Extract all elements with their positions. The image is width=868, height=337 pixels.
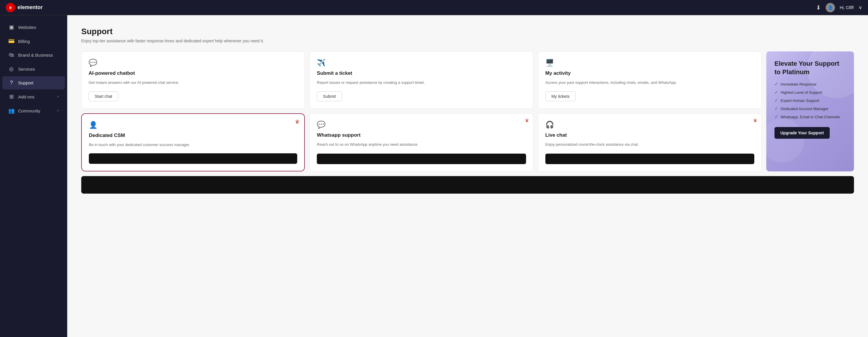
upgrade-feature-2: ✓ Highest Level of Support — [774, 90, 846, 95]
activity-icon: 🖥️ — [545, 59, 754, 67]
whatsapp-icon: 💬 — [317, 121, 526, 129]
card-title-activity: My activity — [545, 70, 754, 76]
billing-icon: 💳 — [8, 38, 14, 44]
logo-text: elementor — [18, 4, 43, 10]
top-bar: e elementor ⬇ 👤 Hi, Cliff! ∨ — [0, 0, 868, 15]
crown-icon-whatsapp: ♛ — [525, 118, 529, 123]
sidebar-label-services: Services — [18, 67, 35, 72]
bottom-bar-blurred — [81, 176, 854, 194]
app-body: ▣ Websites 💳 Billing 🛍 Brand & Business … — [0, 15, 868, 337]
card-desc-activity: Access your past support interactions, i… — [545, 80, 754, 86]
check-icon-4: ✓ — [774, 106, 778, 111]
external-link-icon-community: ↗ — [56, 109, 59, 113]
chevron-down-icon[interactable]: ∨ — [859, 5, 862, 10]
sidebar-item-services[interactable]: ◎ Services — [2, 62, 65, 76]
sidebar-label-community: Community — [18, 108, 40, 113]
upgrade-title: Elevate Your Support to Platinum — [774, 60, 846, 76]
brand-icon: 🛍 — [8, 52, 14, 58]
check-icon-5: ✓ — [774, 114, 778, 120]
csm-action-blurred — [89, 153, 297, 164]
livechat-action-blurred — [545, 154, 754, 164]
upgrade-feature-label-2: Highest Level of Support — [781, 90, 822, 95]
sidebar-item-billing[interactable]: 💳 Billing — [2, 34, 65, 48]
crown-icon-csm: ♛ — [295, 119, 300, 125]
sidebar-label-support: Support — [18, 80, 34, 85]
sidebar-label-billing: Billing — [18, 39, 30, 44]
sidebar-item-addons[interactable]: ⊞ Add-ons ↗ — [2, 90, 65, 103]
csm-icon: 👤 — [89, 121, 297, 129]
main-content: Support Enjoy top-tier assistance with f… — [67, 15, 868, 337]
upgrade-feature-label-1: Immediate Response — [781, 82, 816, 87]
livechat-icon: 🎧 — [545, 121, 754, 129]
card-whatsapp: ♛ 💬 Whatsapp support Reach out to us on … — [310, 113, 533, 172]
top-right: ⬇ 👤 Hi, Cliff! ∨ — [816, 3, 862, 12]
sidebar: ▣ Websites 💳 Billing 🛍 Brand & Business … — [0, 15, 67, 337]
avatar: 👤 — [826, 3, 835, 12]
card-desc-ticket: Report issues or request assistance by c… — [317, 80, 526, 86]
card-ai-chatbot: 💬 AI-powered chatbot Get instant answers… — [81, 52, 305, 109]
card-title-whatsapp: Whatsapp support — [317, 132, 526, 138]
upgrade-support-button[interactable]: Upgrade Your Support — [774, 127, 830, 139]
ticket-icon: ✈️ — [317, 59, 526, 67]
websites-icon: ▣ — [8, 24, 14, 30]
page-title: Support — [81, 27, 854, 36]
download-icon[interactable]: ⬇ — [816, 4, 821, 11]
card-my-activity: 🖥️ My activity Access your past support … — [538, 52, 762, 109]
card-title-chatbot: AI-powered chatbot — [89, 70, 298, 76]
card-title-csm: Dedicated CSM — [89, 133, 297, 138]
upgrade-feature-label-4: Dedicated Account Manager — [781, 107, 828, 111]
sidebar-item-community[interactable]: 👥 Community ↗ — [2, 104, 65, 117]
upgrade-feature-5: ✓ Whatsapp, Email or Chat Channels — [774, 114, 846, 120]
check-icon-1: ✓ — [774, 81, 778, 87]
addons-icon: ⊞ — [8, 94, 14, 100]
check-icon-2: ✓ — [774, 90, 778, 95]
sidebar-item-websites[interactable]: ▣ Websites — [2, 21, 65, 34]
chatbot-icon: 💬 — [89, 59, 298, 67]
logo-icon: e — [6, 3, 15, 12]
upgrade-feature-label-5: Whatsapp, Email or Chat Channels — [781, 115, 840, 119]
crown-icon-livechat: ♛ — [753, 118, 757, 123]
services-icon: ◎ — [8, 66, 14, 72]
upgrade-feature-1: ✓ Immediate Response — [774, 81, 846, 87]
card-desc-livechat: Enjoy personalized round-the-clock assis… — [545, 142, 754, 148]
whatsapp-action-blurred — [317, 154, 526, 164]
card-dedicated-csm: ♛ 👤 Dedicated CSM Be in touch with your … — [81, 113, 305, 172]
upgrade-card: Elevate Your Support to Platinum ✓ Immed… — [766, 52, 854, 171]
submit-button[interactable]: Submit — [317, 92, 342, 101]
card-submit-ticket: ✈️ Submit a ticket Report issues or requ… — [310, 52, 533, 109]
my-tickets-button[interactable]: My tickets — [545, 92, 576, 101]
sidebar-label-addons: Add-ons — [18, 94, 34, 99]
sidebar-label-brand: Brand & Business — [18, 53, 53, 58]
upgrade-feature-label-3: Expert Human Support — [781, 98, 819, 103]
sidebar-item-brand-business[interactable]: 🛍 Brand & Business — [2, 48, 65, 62]
card-title-ticket: Submit a ticket — [317, 70, 526, 76]
page-subtitle: Enjoy top-tier assistance with faster re… — [81, 38, 854, 43]
user-greeting[interactable]: Hi, Cliff! — [840, 5, 854, 10]
upgrade-feature-4: ✓ Dedicated Account Manager — [774, 106, 846, 111]
card-desc-chatbot: Get instant answers with our AI-powered … — [89, 80, 298, 86]
card-live-chat: ♛ 🎧 Live chat Enjoy personalized round-t… — [538, 113, 762, 172]
card-desc-csm: Be in touch with your dedicated customer… — [89, 142, 297, 148]
sidebar-item-support[interactable]: ? Support — [2, 76, 65, 89]
external-link-icon: ↗ — [56, 95, 59, 99]
upgrade-feature-3: ✓ Expert Human Support — [774, 98, 846, 103]
sidebar-label-websites: Websites — [18, 25, 36, 30]
card-desc-whatsapp: Reach out to us on WhatsApp anytime you … — [317, 142, 526, 148]
logo: e elementor — [6, 3, 43, 12]
support-icon: ? — [8, 80, 14, 86]
community-icon: 👥 — [8, 107, 14, 114]
check-icon-3: ✓ — [774, 98, 778, 103]
start-chat-button[interactable]: Start chat — [89, 92, 118, 101]
cards-grid: 💬 AI-powered chatbot Get instant answers… — [81, 52, 854, 171]
card-title-livechat: Live chat — [545, 132, 754, 138]
